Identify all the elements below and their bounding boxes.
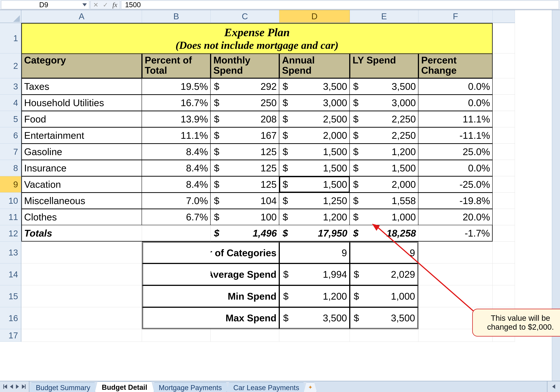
cell-pct[interactable]: 6.7% (142, 209, 210, 225)
sheet-tab[interactable]: Car Lease Payments (227, 382, 306, 392)
cell-g[interactable] (493, 78, 515, 95)
cell-g[interactable] (493, 209, 515, 225)
cell-g2[interactable] (493, 53, 515, 78)
cell-pct[interactable]: 8.4% (142, 176, 210, 193)
cell-annual[interactable]: $1,500 (279, 160, 350, 176)
row-header-6[interactable]: 6 (0, 127, 21, 144)
cell-a17[interactable] (21, 329, 142, 342)
col-header-e[interactable]: E (350, 10, 419, 23)
cell-g-stat[interactable] (493, 285, 515, 307)
cell-ly[interactable]: $3,000 (350, 95, 419, 111)
cell-ly[interactable]: $2,000 (350, 176, 419, 193)
row-header-9[interactable]: 9 (0, 176, 21, 193)
cell-monthly[interactable]: $292 (210, 78, 279, 95)
cell-monthly[interactable]: $250 (210, 95, 279, 111)
cell-f-stat[interactable] (419, 242, 493, 264)
header-pct[interactable]: Percent ofTotal (142, 53, 210, 78)
col-header-b[interactable]: B (142, 10, 210, 23)
cell-ly[interactable]: $1,000 (350, 209, 419, 225)
cell-category[interactable]: Miscellaneous (21, 193, 142, 209)
formula-input[interactable]: 1500 (121, 0, 559, 9)
col-header-c[interactable]: C (210, 10, 279, 23)
row-header-2[interactable]: 2 (0, 53, 21, 78)
totals-monthly[interactable]: $1,496 (210, 225, 279, 242)
col-header-d[interactable]: D (279, 10, 350, 23)
row-header-17[interactable]: 17 (0, 329, 21, 342)
totals-ly[interactable]: $18,258 (350, 225, 419, 242)
cell-a-stat[interactable] (21, 285, 142, 307)
row-header-12[interactable]: 12 (0, 225, 21, 242)
stats-label-2[interactable]: Min Spend (210, 285, 279, 307)
sheet-tab[interactable]: Mortgage Payments (152, 382, 229, 392)
cell-g1[interactable] (493, 23, 515, 53)
cell-d17[interactable] (279, 329, 350, 342)
cell-a-stat[interactable] (21, 242, 142, 264)
cell-monthly[interactable]: $208 (210, 111, 279, 127)
cell-change[interactable]: 0.0% (419, 78, 493, 95)
cell-e17[interactable] (350, 329, 419, 342)
row-header-13[interactable]: 13 (0, 242, 21, 264)
cell-g[interactable] (493, 111, 515, 127)
cell-change[interactable]: 20.0% (419, 209, 493, 225)
cell-change[interactable]: -11.1% (419, 127, 493, 144)
cell-ly[interactable]: $2,250 (350, 111, 419, 127)
tab-nav-first-icon[interactable] (3, 384, 7, 389)
fx-icon[interactable]: fx (112, 1, 117, 9)
cell-change[interactable]: -25.0% (419, 176, 493, 193)
totals-annual[interactable]: $17,950 (279, 225, 350, 242)
cell-monthly[interactable]: $125 (210, 144, 279, 160)
sheet-tab[interactable]: Budget Summary (29, 382, 97, 392)
cell-monthly[interactable]: $125 (210, 160, 279, 176)
stats-e[interactable]: $2,029 (350, 264, 419, 285)
row-header-1[interactable]: 1 (0, 23, 21, 53)
accept-icon[interactable]: ✓ (103, 1, 108, 9)
cell-category[interactable]: Clothes (21, 209, 142, 225)
header-change[interactable]: PercentChange (419, 53, 493, 78)
cell-g12[interactable] (493, 225, 515, 242)
cell-g-stat[interactable] (493, 242, 515, 264)
cell-change[interactable]: 25.0% (419, 144, 493, 160)
title-merged-cell[interactable]: Expense Plan (Does not include mortgage … (21, 23, 493, 53)
totals-change[interactable]: -1.7% (419, 225, 493, 242)
cell-g[interactable] (493, 160, 515, 176)
cell-pct[interactable]: 8.4% (142, 160, 210, 176)
cell-annual[interactable]: $3,000 (279, 95, 350, 111)
cell-category[interactable]: Vacation (21, 176, 142, 193)
cell-g[interactable] (493, 176, 515, 193)
cell-ly[interactable]: $1,500 (350, 160, 419, 176)
cell-change[interactable]: -19.8% (419, 193, 493, 209)
cell-pct[interactable]: 8.4% (142, 144, 210, 160)
stats-label[interactable] (142, 307, 210, 329)
cell-pct[interactable]: 7.0% (142, 193, 210, 209)
cell-annual[interactable]: $2,000 (279, 127, 350, 144)
cell-annual[interactable]: $1,500 (279, 144, 350, 160)
stats-d[interactable]: 9 (279, 242, 350, 264)
cell-pct[interactable]: 13.9% (142, 111, 210, 127)
cancel-icon[interactable]: ✕ (93, 1, 98, 9)
cell-category[interactable]: Entertainment (21, 127, 142, 144)
row-header-3[interactable]: 3 (0, 78, 21, 95)
cell-annual[interactable]: $3,500 (279, 78, 350, 95)
cell-monthly[interactable]: $125 (210, 176, 279, 193)
row-header-11[interactable]: 11 (0, 209, 21, 225)
cell-g[interactable] (493, 144, 515, 160)
cell-category[interactable]: Taxes (21, 78, 142, 95)
header-annual[interactable]: AnnualSpend (279, 53, 350, 78)
col-header-g[interactable] (493, 10, 515, 23)
sheet-tab[interactable]: Budget Detail (95, 382, 154, 392)
cell-pct[interactable]: 16.7% (142, 95, 210, 111)
header-ly[interactable]: LY Spend (350, 53, 419, 78)
cell-ly[interactable]: $2,250 (350, 127, 419, 144)
cell-change[interactable]: 0.0% (419, 160, 493, 176)
cell-pct[interactable]: 11.1% (142, 127, 210, 144)
cell-a-stat[interactable] (21, 307, 142, 329)
cell-f-stat[interactable] (419, 285, 493, 307)
cell-change[interactable]: 0.0% (419, 95, 493, 111)
col-header-f[interactable]: F (419, 10, 493, 23)
select-all-corner[interactable] (0, 10, 21, 23)
row-header-4[interactable]: 4 (0, 95, 21, 111)
stats-e[interactable]: $1,000 (350, 285, 419, 307)
cell-monthly[interactable]: $100 (210, 209, 279, 225)
insert-sheet-icon[interactable]: ✦ (304, 382, 317, 392)
stats-d[interactable]: $1,994 (279, 264, 350, 285)
